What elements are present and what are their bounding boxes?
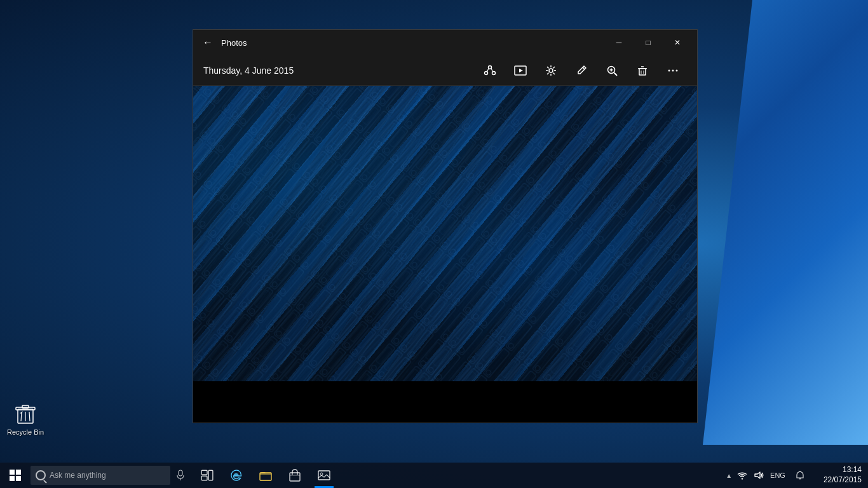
maximize-icon: □ [646,38,650,47]
network-icon[interactable] [736,469,749,482]
task-view-icon [201,469,214,482]
maximize-button[interactable]: □ [634,30,663,55]
recycle-bin-icon[interactable]: Recycle Bin [3,400,48,437]
notification-button[interactable] [790,463,810,488]
slideshow-button[interactable] [506,57,534,85]
search-bar[interactable]: Ask me anything [31,466,170,485]
system-tray: ▲ ENG [721,463,815,488]
svg-line-20 [547,72,549,74]
taskbar-task-view[interactable] [193,463,221,488]
photo-bottom-bar [193,381,697,423]
window-title: Photos [221,38,604,48]
taskbar: Ask me anything [0,463,868,488]
edit-icon [575,64,588,77]
svg-line-10 [491,68,493,72]
windows-logo-icon [10,470,21,481]
search-icon [36,470,46,480]
svg-point-8 [492,71,496,74]
svg-line-19 [553,67,555,69]
microphone-button[interactable] [170,463,191,488]
desktop-logo-area [703,0,868,445]
edit-button[interactable] [567,57,595,85]
search-placeholder: Ask me anything [50,471,106,480]
share-icon [484,64,496,77]
image-area [193,86,697,423]
svg-line-17 [547,67,549,69]
minimize-icon: ─ [616,38,622,47]
file-explorer-icon [259,469,272,482]
svg-marker-12 [519,69,523,72]
toolbar: Thursday, 4 June 2015 [193,55,697,86]
svg-point-33 [672,69,674,71]
photos-icon [318,469,330,482]
svg-line-22 [583,67,585,69]
svg-point-34 [676,69,678,71]
more-button[interactable] [659,57,687,85]
zoom-button[interactable] [598,57,626,85]
title-bar: Photos ─ □ ✕ [193,30,697,55]
photo-display [193,86,697,381]
photos-window: Photos ─ □ ✕ Thursday, 4 June 2015 [193,29,698,423]
clock[interactable]: 13:14 22/07/2015 [817,463,868,488]
taskbar-file-explorer[interactable] [252,463,280,488]
svg-rect-52 [318,471,330,480]
more-icon [667,64,679,77]
window-controls: ─ □ ✕ [604,30,692,55]
taskbar-right: ▲ ENG [721,463,868,488]
recycle-bin-label: Recycle Bin [7,428,44,437]
recycle-bin-svg [13,400,38,426]
wifi-icon [737,471,747,480]
zoom-icon [606,64,618,77]
svg-rect-46 [201,470,207,475]
svg-point-7 [485,71,488,74]
taskbar-icons [193,463,338,488]
slideshow-icon [514,64,527,77]
edge-icon [230,469,243,482]
store-icon [288,469,301,482]
svg-rect-44 [179,470,182,476]
svg-rect-47 [201,476,207,480]
taskbar-edge[interactable] [222,463,250,488]
taskbar-photos[interactable] [310,463,338,488]
svg-rect-2 [22,405,29,408]
svg-point-32 [668,69,670,71]
start-button[interactable] [0,463,31,488]
microphone-icon [176,470,185,481]
svg-rect-27 [639,69,646,75]
enhance-button[interactable] [537,57,565,85]
svg-point-21 [549,69,553,72]
share-button[interactable] [476,57,504,85]
delete-icon [636,64,649,77]
svg-line-9 [487,68,489,72]
photo-content [193,86,697,381]
toolbar-actions [476,57,687,85]
notification-icon [796,470,804,480]
svg-line-18 [553,72,555,74]
back-button[interactable] [198,33,217,52]
language-icon[interactable]: ENG [769,469,787,482]
photo-date: Thursday, 4 June 2015 [203,65,476,76]
taskbar-store[interactable] [281,463,309,488]
delete-button[interactable] [628,57,656,85]
server-detail-svg [193,86,697,381]
clock-date: 22/07/2015 [824,475,862,485]
svg-rect-43 [193,86,697,381]
svg-rect-48 [208,470,213,480]
clock-time: 13:14 [843,465,862,475]
svg-line-24 [614,72,618,76]
enhance-icon [545,64,557,77]
volume-icon[interactable] [752,469,765,482]
svg-line-5 [29,412,30,421]
close-button[interactable]: ✕ [663,30,692,55]
close-icon: ✕ [674,38,681,47]
speaker-icon [754,471,764,480]
svg-marker-54 [755,472,760,478]
tray-expand-button[interactable]: ▲ [726,472,732,479]
svg-rect-50 [290,473,300,481]
minimize-button[interactable]: ─ [604,30,634,55]
